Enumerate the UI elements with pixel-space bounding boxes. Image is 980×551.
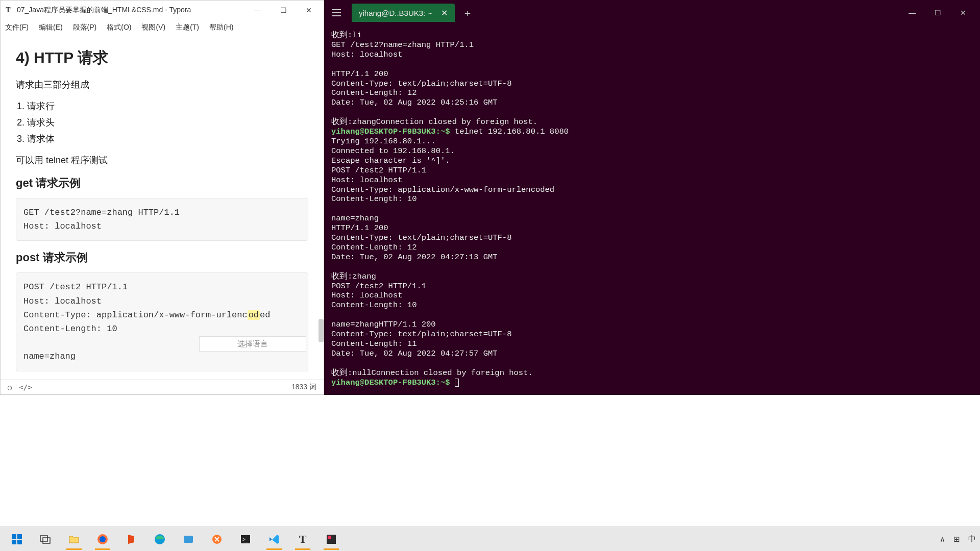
terminal-line	[331, 204, 973, 214]
taskbar-cmd[interactable]: >_	[233, 528, 258, 550]
svg-rect-14	[328, 536, 331, 539]
taskbar-app-1[interactable]	[176, 528, 201, 550]
menu-view[interactable]: 视图(V)	[139, 22, 167, 33]
codeblock-get[interactable]: GET /test2?name=zhang HTTP/1.1 Host: loc…	[16, 198, 308, 241]
svg-text:>_: >_	[242, 537, 249, 542]
new-tab-button[interactable]: ＋	[459, 4, 476, 21]
terminal-titlebar[interactable]: yihang@D..B3UK3: ~ ✕ ＋ — ☐ ✕	[324, 0, 980, 26]
terminal-line	[331, 262, 973, 272]
terminal-line: Date: Tue, 02 Aug 2022 04:25:16 GMT	[331, 98, 973, 108]
terminal-window: yihang@D..B3UK3: ~ ✕ ＋ — ☐ ✕ 收到:liGET /t…	[324, 0, 980, 395]
svg-rect-0	[12, 534, 16, 539]
terminal-line: name=zhang	[331, 214, 973, 223]
heading-http-request: 4) HTTP 请求	[16, 47, 308, 68]
terminal-line: GET /test2?name=zhang HTTP/1.1	[331, 40, 973, 50]
taskbar-edge[interactable]	[147, 528, 173, 550]
code-text: POST /test2 HTTP/1.1 Host: localhost Con…	[23, 282, 248, 319]
menu-paragraph[interactable]: 段落(P)	[71, 22, 99, 33]
terminal-line	[331, 60, 973, 69]
tab-close-icon[interactable]: ✕	[441, 8, 448, 18]
svg-rect-5	[43, 538, 50, 543]
terminal-line: 收到:zhang	[331, 272, 973, 282]
terminal-line: yihang@DESKTOP-F9B3UK3:~$ telnet 192.168…	[331, 127, 973, 137]
terminal-line	[331, 359, 973, 368]
terminal-line: Content-Type: text/plain;charset=UTF-8	[331, 233, 973, 243]
status-source-icon[interactable]: </>	[19, 383, 32, 391]
terminal-cursor	[455, 379, 459, 387]
svg-rect-4	[40, 536, 47, 541]
svg-rect-3	[17, 540, 22, 544]
typora-app-icon: T	[3, 5, 14, 16]
terminal-line: POST /test2 HTTP/1.1	[331, 282, 973, 291]
scrollbar-thumb[interactable]	[318, 319, 324, 342]
terminal-line	[331, 108, 973, 117]
term-minimize-button[interactable]: —	[899, 4, 925, 22]
heading-post-example: post 请求示例	[16, 250, 308, 265]
terminal-line: Content-Length: 12	[331, 88, 973, 98]
typora-editor[interactable]: 4) HTTP 请求 请求由三部分组成 请求行 请求头 请求体 可以用 teln…	[1, 35, 324, 379]
desktop-background	[0, 395, 980, 527]
terminal-line: Trying 192.168.80.1...	[331, 137, 973, 146]
list-item: 请求行	[27, 100, 308, 112]
codeblock-post[interactable]: POST /test2 HTTP/1.1 Host: localhost Con…	[16, 272, 308, 371]
tray-grid-icon[interactable]: ⊞	[953, 535, 960, 544]
terminal-output[interactable]: 收到:liGET /test2?name=zhang HTTP/1.1Host:…	[324, 26, 980, 395]
taskbar-file-explorer[interactable]	[61, 528, 87, 550]
request-parts-list: 请求行 请求头 请求体	[27, 100, 308, 145]
paragraph-telnet: 可以用 telnet 程序测试	[16, 154, 308, 166]
terminal-line: Host: localhost	[331, 291, 973, 300]
start-button[interactable]	[4, 528, 30, 550]
menu-help[interactable]: 帮助(H)	[207, 22, 235, 33]
terminal-tab-label: yihang@D..B3UK3: ~	[359, 9, 432, 17]
taskbar-intellij[interactable]	[318, 528, 344, 550]
term-close-button[interactable]: ✕	[950, 4, 976, 22]
terminal-line: Escape character is '^]'.	[331, 156, 973, 166]
code-language-select[interactable]: 选择语言	[199, 336, 306, 352]
terminal-line: 收到:zhangConnection closed by foreign hos…	[331, 117, 973, 127]
status-wordcount: 1833 词	[291, 383, 316, 392]
menu-format[interactable]: 格式(O)	[105, 22, 133, 33]
taskbar-typora[interactable]: T	[290, 528, 315, 550]
svg-point-7	[100, 536, 106, 542]
typora-titlebar[interactable]: T 07_Java程序员要掌握的前端_HTML&CSS.md - Typora …	[1, 1, 324, 20]
taskbar-firefox[interactable]	[90, 528, 115, 550]
terminal-line: Date: Tue, 02 Aug 2022 04:27:57 GMT	[331, 349, 973, 359]
typora-window: T 07_Java程序员要掌握的前端_HTML&CSS.md - Typora …	[0, 0, 324, 395]
terminal-line: yihang@DESKTOP-F9B3UK3:~$	[331, 378, 973, 388]
status-outline-icon[interactable]: ○	[8, 383, 12, 391]
terminal-line: Content-Type: text/plain;charset=UTF-8	[331, 330, 973, 339]
terminal-line: POST /test2 HTTP/1.1	[331, 166, 973, 176]
menu-file[interactable]: 文件(F)	[3, 22, 31, 33]
terminal-line: 收到:nullConnection closed by foreign host…	[331, 368, 973, 378]
close-button[interactable]: ✕	[296, 1, 322, 19]
term-maximize-button[interactable]: ☐	[925, 4, 950, 22]
menu-edit[interactable]: 编辑(E)	[37, 22, 65, 33]
terminal-line: Host: localhost	[331, 176, 973, 185]
windows-taskbar[interactable]: >_ T ∧ ⊞ 中	[0, 527, 980, 551]
terminal-line: Host: localhost	[331, 50, 973, 60]
menu-theme[interactable]: 主题(T)	[174, 22, 201, 33]
maximize-button[interactable]: ☐	[271, 1, 296, 19]
list-item: 请求头	[27, 116, 308, 129]
system-tray[interactable]: ∧ ⊞ 中	[940, 534, 976, 544]
command-text: telnet 192.168.80.1 8080	[455, 127, 569, 136]
svg-rect-9	[184, 536, 193, 543]
typora-title: 07_Java程序员要掌握的前端_HTML&CSS.md - Typora	[17, 6, 245, 15]
terminal-line: HTTP/1.1 200	[331, 69, 973, 79]
list-item: 请求体	[27, 133, 308, 145]
task-view-button[interactable]	[33, 528, 58, 550]
tray-chevron-icon[interactable]: ∧	[940, 535, 945, 544]
taskbar-office[interactable]	[118, 528, 144, 550]
terminal-line: HTTP/1.1 200	[331, 223, 973, 233]
prompt-text: yihang@DESKTOP-F9B3UK3:~$	[331, 127, 455, 136]
minimize-button[interactable]: —	[245, 1, 271, 19]
text-cursor-highlight: od	[248, 310, 260, 320]
taskbar-app-2[interactable]	[204, 528, 230, 550]
terminal-line: Content-Length: 10	[331, 300, 973, 310]
tray-ime-indicator[interactable]: 中	[968, 534, 976, 544]
taskbar-vscode[interactable]	[261, 528, 287, 550]
typora-icon: T	[299, 533, 307, 546]
terminal-line: Content-Type: text/plain;charset=UTF-8	[331, 79, 973, 89]
terminal-tab[interactable]: yihang@D..B3UK3: ~ ✕	[352, 4, 455, 22]
hamburger-icon[interactable]	[328, 5, 345, 21]
